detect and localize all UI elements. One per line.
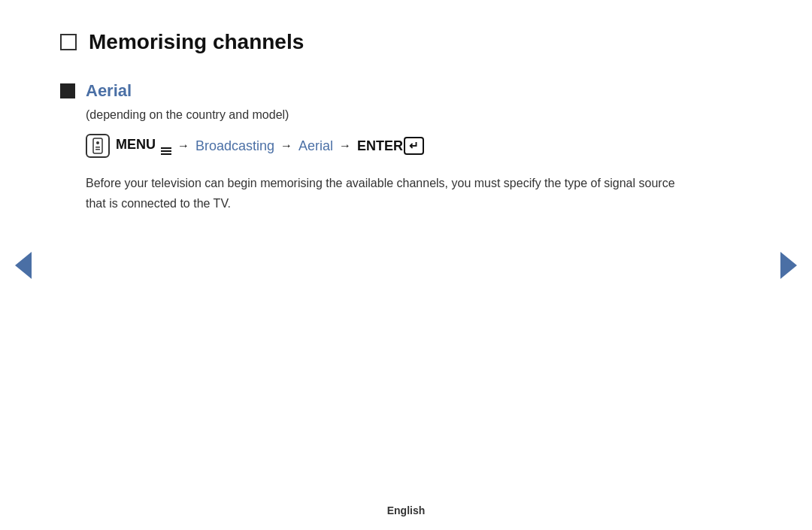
- arrow-2: →: [280, 139, 292, 153]
- page-title: Memorising channels: [89, 30, 304, 54]
- main-title-section: Memorising channels: [60, 30, 677, 54]
- svg-point-1: [96, 141, 99, 144]
- aerial-link: Aerial: [298, 138, 333, 154]
- arrow-3: →: [339, 139, 351, 153]
- svg-rect-0: [93, 138, 102, 153]
- svg-rect-2: [95, 147, 100, 148]
- enter-icon: ↵: [404, 137, 424, 155]
- footer-language: English: [387, 504, 426, 516]
- nav-left-button[interactable]: [15, 252, 32, 279]
- svg-rect-3: [95, 149, 100, 150]
- aerial-section: Aerial (depending on the country and mod…: [60, 81, 677, 214]
- section-description: Before your television can begin memoris…: [86, 173, 677, 214]
- nav-right-button[interactable]: [780, 252, 797, 279]
- menu-remote-icon: [86, 134, 110, 158]
- section-bullet-icon: [60, 83, 75, 98]
- menu-path: MENU → Broadcasting → Aerial → ENTER↵: [86, 134, 677, 158]
- section-subtitle: (depending on the country and model): [86, 108, 677, 122]
- title-checkbox-icon: [60, 34, 77, 50]
- enter-label: ENTER↵: [357, 137, 424, 155]
- arrow-1: →: [177, 139, 189, 153]
- broadcasting-link: Broadcasting: [195, 138, 274, 154]
- section-title: Aerial: [86, 81, 132, 101]
- menu-bars-icon: [161, 147, 171, 155]
- section-header: Aerial: [60, 81, 677, 101]
- menu-label: MENU: [116, 137, 171, 155]
